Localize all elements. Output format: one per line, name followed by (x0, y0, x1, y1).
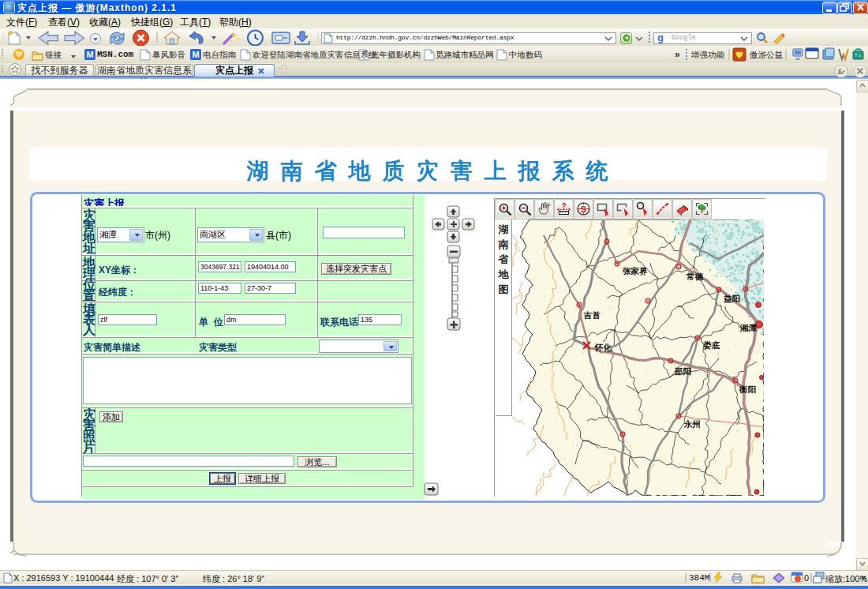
svg-text:M: M (192, 50, 199, 59)
svg-text:0: 0 (804, 573, 809, 583)
svg-text:M: M (86, 50, 93, 59)
svg-text:»: » (675, 49, 680, 60)
